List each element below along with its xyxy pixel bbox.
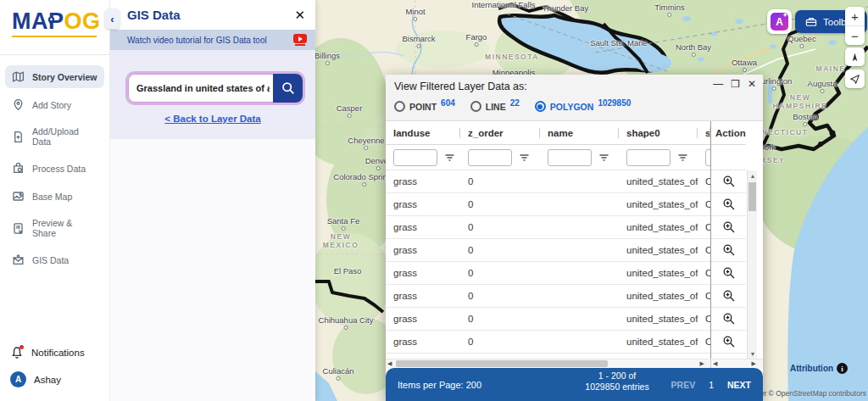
sidebar-item-gis-data[interactable]: GIS Data <box>5 248 104 271</box>
search-button[interactable] <box>273 74 303 103</box>
table-row[interactable]: grass 0 united_states_of_... C <box>386 308 710 331</box>
hscroll2-left-arrow[interactable]: ◀ <box>713 360 717 367</box>
radio-point[interactable]: POINT 604 <box>394 100 455 112</box>
table-row[interactable]: grass 0 united_states_of_... C <box>386 262 710 285</box>
zoom-to-feature-icon[interactable] <box>722 266 736 280</box>
table-row[interactable]: grass 0 united_states_of_... C <box>386 216 710 239</box>
zoom-to-feature-icon[interactable] <box>722 198 736 211</box>
table-row[interactable]: grass 0 united_states_of_... C <box>386 285 710 308</box>
zoom-to-feature-icon[interactable] <box>722 243 736 257</box>
back-to-layer-data-link[interactable]: < Back to Layer Data <box>110 114 315 124</box>
map-label-city: Casper <box>337 103 363 118</box>
logo-text-map: MAP <box>12 8 64 34</box>
ai-assistant-button[interactable]: A✦ <box>767 9 792 34</box>
hscroll-left-arrow[interactable]: ◀ <box>387 360 392 367</box>
attribution-label: Attribution <box>790 364 833 373</box>
table-row[interactable]: grass 0 united_states_of_... C <box>386 170 710 193</box>
zoom-to-feature-icon[interactable] <box>722 220 736 234</box>
radio-polygon[interactable]: POLYGON 1029850 <box>535 100 631 112</box>
scroll-down-arrow[interactable]: ▼ <box>748 348 758 359</box>
map-label-city: Bismarck <box>402 34 435 48</box>
location-pin-icon <box>12 98 25 111</box>
map-label-city: Billings <box>315 51 340 65</box>
zoom-to-feature-icon[interactable] <box>722 175 736 188</box>
col-header-landuse[interactable]: landuse <box>386 121 460 144</box>
table-row[interactable]: grass 0 united_states_of_... C <box>386 331 710 354</box>
sidebar: MAPOG Story Overview Add Story Add/Uploa… <box>0 0 110 401</box>
video-tutorial-banner[interactable]: Watch video tutorial for GIS Data tool <box>110 30 315 50</box>
minimize-icon[interactable]: — <box>713 79 723 89</box>
filter-funnel-icon[interactable] <box>598 153 609 163</box>
prev-button[interactable]: PREV <box>671 380 696 390</box>
maximize-icon[interactable]: ❒ <box>731 79 740 89</box>
table-row[interactable]: grass 0 united_states_of_... C <box>386 193 710 216</box>
map-label-state: NEW HAMPSHIRE <box>771 93 830 110</box>
sidebar-bottom: Notifications A Ashay <box>0 337 109 401</box>
city-dot <box>344 326 348 330</box>
zoom-out-button[interactable]: − <box>845 26 865 45</box>
filter-cell-z_order <box>460 149 540 166</box>
city-dot <box>363 182 367 187</box>
user-item[interactable]: A Ashay <box>10 371 101 387</box>
col-header-action[interactable]: Action <box>711 121 746 145</box>
col-header-z_order[interactable]: z_order <box>460 121 540 144</box>
sidebar-item-base-map[interactable]: Base Map <box>5 185 104 208</box>
col-header-shape0[interactable]: shape0 <box>619 121 698 144</box>
sidebar-item-preview-share[interactable]: Preview & Share <box>5 213 104 243</box>
compass-button[interactable] <box>845 47 865 66</box>
map-label-city: El Paso <box>334 266 362 276</box>
zoom-to-feature-icon[interactable] <box>722 312 736 326</box>
action-cell <box>711 331 746 354</box>
scroll-thumb[interactable] <box>748 182 756 211</box>
notifications-item[interactable]: Notifications <box>10 346 101 359</box>
hscroll-right-arrow[interactable]: ▶ <box>700 360 704 367</box>
table-row[interactable]: grass 0 united_states_of_... C <box>386 239 710 262</box>
youtube-icon[interactable] <box>292 34 307 47</box>
col-header-s[interactable]: s <box>698 121 710 144</box>
map-label-city: Culiacán <box>323 366 354 381</box>
briefcase-icon <box>805 16 817 27</box>
sidebar-item-add-upload-data[interactable]: Add/Upload Data <box>5 121 104 152</box>
info-icon[interactable]: i <box>837 363 848 374</box>
panel-collapse-button[interactable]: ‹ <box>105 8 120 29</box>
close-icon[interactable]: ✕ <box>748 79 756 89</box>
current-page[interactable]: 1 <box>709 380 714 390</box>
cell-shape0: united_states_of_... <box>619 245 698 255</box>
map-label-city: Thunder Bay <box>542 3 588 13</box>
city-dot <box>667 13 671 17</box>
filter-funnel-icon[interactable] <box>677 153 688 163</box>
search-input[interactable] <box>128 74 273 103</box>
city-dot <box>364 146 369 150</box>
zoom-to-feature-icon[interactable] <box>722 335 736 348</box>
attribution: Attribution i <box>790 363 848 374</box>
app-logo[interactable]: MAPOG <box>0 0 109 44</box>
scroll-up-arrow[interactable]: ▲ <box>748 170 758 181</box>
vertical-scrollbar[interactable]: ▲ ▼ <box>747 170 757 359</box>
items-per-page-label[interactable]: Items per Page: 200 <box>398 380 481 390</box>
hscroll2-right-arrow[interactable]: ▶ <box>752 360 756 367</box>
radio-line[interactable]: LINE 22 <box>470 100 520 112</box>
window-controls: — ❒ ✕ <box>713 79 756 89</box>
sidebar-item-story-overview[interactable]: Story Overview <box>5 65 104 88</box>
next-button[interactable]: NEXT <box>727 380 751 390</box>
sidebar-item-process-data[interactable]: Process Data <box>5 157 104 180</box>
panel-close-icon[interactable]: ✕ <box>294 8 305 21</box>
city-dot <box>417 44 421 48</box>
sidebar-item-label: Process Data <box>32 164 86 174</box>
zoom-in-button[interactable]: + <box>845 7 865 25</box>
cell-s: C <box>698 268 710 278</box>
cell-z-order: 0 <box>460 337 540 347</box>
sidebar-nav: Story Overview Add Story Add/Upload Data… <box>0 55 109 271</box>
filter-input-name[interactable] <box>548 149 592 166</box>
filter-input-z_order[interactable] <box>468 149 512 166</box>
zoom-to-feature-icon[interactable] <box>722 289 736 303</box>
filter-funnel-icon[interactable] <box>444 153 455 163</box>
filter-input-landuse[interactable] <box>393 149 437 166</box>
sidebar-item-add-story[interactable]: Add Story <box>5 93 104 116</box>
radio-label: POINT <box>409 102 437 112</box>
filter-input-shape0[interactable] <box>626 149 670 166</box>
hscroll-thumb[interactable] <box>396 360 608 367</box>
locate-button[interactable] <box>845 70 865 88</box>
col-header-name[interactable]: name <box>540 121 619 144</box>
filter-funnel-icon[interactable] <box>519 153 530 163</box>
